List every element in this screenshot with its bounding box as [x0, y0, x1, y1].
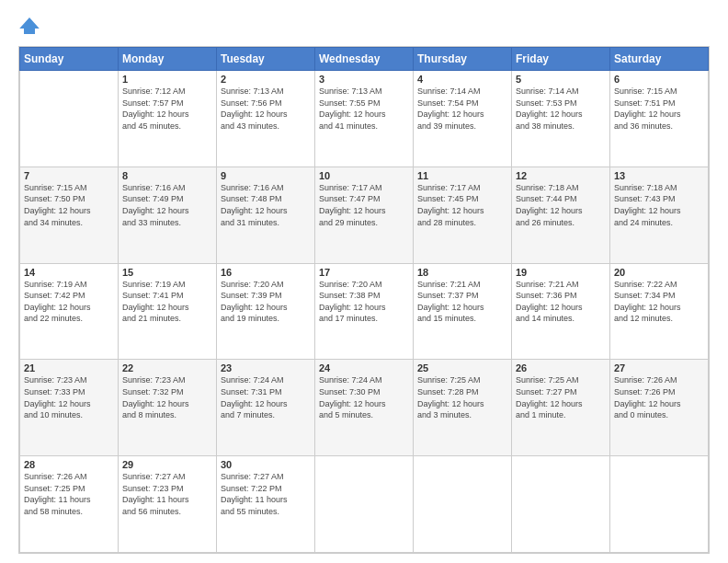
- day-info: Sunrise: 7:12 AMSunset: 7:57 PMDaylight:…: [122, 86, 212, 132]
- day-number: 24: [319, 362, 409, 373]
- calendar-cell: 11Sunrise: 7:17 AMSunset: 7:45 PMDayligh…: [414, 167, 512, 263]
- calendar-cell: 16Sunrise: 7:20 AMSunset: 7:39 PMDayligh…: [217, 263, 315, 360]
- day-info: Sunrise: 7:17 AMSunset: 7:45 PMDaylight:…: [417, 182, 507, 228]
- calendar-cell: 22Sunrise: 7:23 AMSunset: 7:32 PMDayligh…: [119, 360, 217, 456]
- day-info: Sunrise: 7:18 AMSunset: 7:43 PMDaylight:…: [614, 182, 704, 228]
- day-info: Sunrise: 7:20 AMSunset: 7:39 PMDaylight:…: [221, 279, 311, 325]
- calendar-cell: 24Sunrise: 7:24 AMSunset: 7:30 PMDayligh…: [315, 360, 414, 456]
- calendar-cell: 23Sunrise: 7:24 AMSunset: 7:31 PMDayligh…: [217, 360, 315, 456]
- day-info: Sunrise: 7:26 AMSunset: 7:26 PMDaylight:…: [614, 374, 704, 420]
- day-info: Sunrise: 7:25 AMSunset: 7:27 PMDaylight:…: [516, 374, 606, 420]
- day-number: 15: [122, 267, 212, 278]
- day-info: Sunrise: 7:14 AMSunset: 7:54 PMDaylight:…: [417, 86, 507, 132]
- weekday-header-tuesday: Tuesday: [217, 48, 315, 71]
- day-info: Sunrise: 7:19 AMSunset: 7:41 PMDaylight:…: [122, 279, 212, 325]
- calendar-cell: 2Sunrise: 7:13 AMSunset: 7:56 PMDaylight…: [217, 71, 315, 167]
- day-info: Sunrise: 7:23 AMSunset: 7:33 PMDaylight:…: [24, 374, 114, 420]
- calendar-cell: 14Sunrise: 7:19 AMSunset: 7:42 PMDayligh…: [20, 263, 119, 360]
- day-info: Sunrise: 7:20 AMSunset: 7:38 PMDaylight:…: [319, 279, 409, 325]
- day-number: 22: [122, 362, 212, 373]
- day-number: 19: [516, 267, 606, 278]
- day-info: Sunrise: 7:15 AMSunset: 7:51 PMDaylight:…: [614, 86, 704, 132]
- day-number: 23: [221, 362, 311, 373]
- svg-marker-0: [19, 17, 40, 34]
- calendar-header: SundayMondayTuesdayWednesdayThursdayFrid…: [20, 48, 709, 71]
- day-info: Sunrise: 7:21 AMSunset: 7:36 PMDaylight:…: [516, 279, 606, 325]
- day-info: Sunrise: 7:26 AMSunset: 7:25 PMDaylight:…: [24, 471, 114, 517]
- day-number: 18: [417, 267, 507, 278]
- day-number: 9: [221, 170, 311, 181]
- day-number: 7: [24, 170, 114, 181]
- day-info: Sunrise: 7:13 AMSunset: 7:55 PMDaylight:…: [319, 86, 409, 132]
- day-info: Sunrise: 7:27 AMSunset: 7:23 PMDaylight:…: [122, 471, 212, 517]
- calendar-cell: 20Sunrise: 7:22 AMSunset: 7:34 PMDayligh…: [610, 263, 709, 360]
- day-number: 3: [319, 74, 409, 85]
- calendar-cell: 21Sunrise: 7:23 AMSunset: 7:33 PMDayligh…: [20, 360, 119, 456]
- day-number: 13: [614, 170, 704, 181]
- calendar: SundayMondayTuesdayWednesdayThursdayFrid…: [18, 46, 710, 554]
- calendar-cell: [315, 456, 414, 553]
- calendar-cell: 8Sunrise: 7:16 AMSunset: 7:49 PMDaylight…: [119, 167, 217, 263]
- day-number: 4: [417, 74, 507, 85]
- day-number: 11: [417, 170, 507, 181]
- day-info: Sunrise: 7:24 AMSunset: 7:30 PMDaylight:…: [319, 374, 409, 420]
- calendar-cell: [414, 456, 512, 553]
- weekday-header-wednesday: Wednesday: [315, 48, 414, 71]
- day-info: Sunrise: 7:17 AMSunset: 7:47 PMDaylight:…: [319, 182, 409, 228]
- day-number: 6: [614, 74, 704, 85]
- calendar-cell: 4Sunrise: 7:14 AMSunset: 7:54 PMDaylight…: [414, 71, 512, 167]
- calendar-cell: 12Sunrise: 7:18 AMSunset: 7:44 PMDayligh…: [512, 167, 610, 263]
- calendar-cell: 18Sunrise: 7:21 AMSunset: 7:37 PMDayligh…: [414, 263, 512, 360]
- day-number: 2: [221, 74, 311, 85]
- day-number: 12: [516, 170, 606, 181]
- day-info: Sunrise: 7:22 AMSunset: 7:34 PMDaylight:…: [614, 279, 704, 325]
- day-info: Sunrise: 7:24 AMSunset: 7:31 PMDaylight:…: [221, 374, 311, 420]
- day-number: 25: [417, 362, 507, 373]
- day-info: Sunrise: 7:19 AMSunset: 7:42 PMDaylight:…: [24, 279, 114, 325]
- weekday-header-saturday: Saturday: [610, 48, 709, 71]
- calendar-cell: 5Sunrise: 7:14 AMSunset: 7:53 PMDaylight…: [512, 71, 610, 167]
- calendar-cell: 10Sunrise: 7:17 AMSunset: 7:47 PMDayligh…: [315, 167, 414, 263]
- day-number: 16: [221, 267, 311, 278]
- logo-icon: [18, 15, 40, 37]
- day-number: 10: [319, 170, 409, 181]
- page-header: [18, 15, 710, 37]
- day-number: 17: [319, 267, 409, 278]
- day-info: Sunrise: 7:13 AMSunset: 7:56 PMDaylight:…: [221, 86, 311, 132]
- calendar-cell: 19Sunrise: 7:21 AMSunset: 7:36 PMDayligh…: [512, 263, 610, 360]
- calendar-cell: 3Sunrise: 7:13 AMSunset: 7:55 PMDaylight…: [315, 71, 414, 167]
- day-info: Sunrise: 7:25 AMSunset: 7:28 PMDaylight:…: [417, 374, 507, 420]
- day-number: 5: [516, 74, 606, 85]
- day-number: 8: [122, 170, 212, 181]
- calendar-cell: [610, 456, 709, 553]
- day-info: Sunrise: 7:27 AMSunset: 7:22 PMDaylight:…: [221, 471, 311, 517]
- day-info: Sunrise: 7:14 AMSunset: 7:53 PMDaylight:…: [516, 86, 606, 132]
- day-info: Sunrise: 7:15 AMSunset: 7:50 PMDaylight:…: [24, 182, 114, 228]
- weekday-header-sunday: Sunday: [20, 48, 119, 71]
- calendar-cell: 7Sunrise: 7:15 AMSunset: 7:50 PMDaylight…: [20, 167, 119, 263]
- calendar-cell: 26Sunrise: 7:25 AMSunset: 7:27 PMDayligh…: [512, 360, 610, 456]
- calendar-cell: 29Sunrise: 7:27 AMSunset: 7:23 PMDayligh…: [119, 456, 217, 553]
- day-info: Sunrise: 7:18 AMSunset: 7:44 PMDaylight:…: [516, 182, 606, 228]
- day-info: Sunrise: 7:23 AMSunset: 7:32 PMDaylight:…: [122, 374, 212, 420]
- calendar-cell: 28Sunrise: 7:26 AMSunset: 7:25 PMDayligh…: [20, 456, 119, 553]
- day-number: 27: [614, 362, 704, 373]
- weekday-header-monday: Monday: [119, 48, 217, 71]
- calendar-cell: 17Sunrise: 7:20 AMSunset: 7:38 PMDayligh…: [315, 263, 414, 360]
- day-number: 20: [614, 267, 704, 278]
- weekday-header-friday: Friday: [512, 48, 610, 71]
- day-info: Sunrise: 7:16 AMSunset: 7:48 PMDaylight:…: [221, 182, 311, 228]
- day-number: 26: [516, 362, 606, 373]
- calendar-cell: [512, 456, 610, 553]
- day-info: Sunrise: 7:16 AMSunset: 7:49 PMDaylight:…: [122, 182, 212, 228]
- logo: [18, 15, 44, 37]
- calendar-cell: 27Sunrise: 7:26 AMSunset: 7:26 PMDayligh…: [610, 360, 709, 456]
- calendar-cell: 9Sunrise: 7:16 AMSunset: 7:48 PMDaylight…: [217, 167, 315, 263]
- day-number: 28: [24, 459, 114, 470]
- calendar-cell: [20, 71, 119, 167]
- calendar-cell: 13Sunrise: 7:18 AMSunset: 7:43 PMDayligh…: [610, 167, 709, 263]
- calendar-cell: 30Sunrise: 7:27 AMSunset: 7:22 PMDayligh…: [217, 456, 315, 553]
- weekday-header-thursday: Thursday: [414, 48, 512, 71]
- day-info: Sunrise: 7:21 AMSunset: 7:37 PMDaylight:…: [417, 279, 507, 325]
- calendar-cell: 25Sunrise: 7:25 AMSunset: 7:28 PMDayligh…: [414, 360, 512, 456]
